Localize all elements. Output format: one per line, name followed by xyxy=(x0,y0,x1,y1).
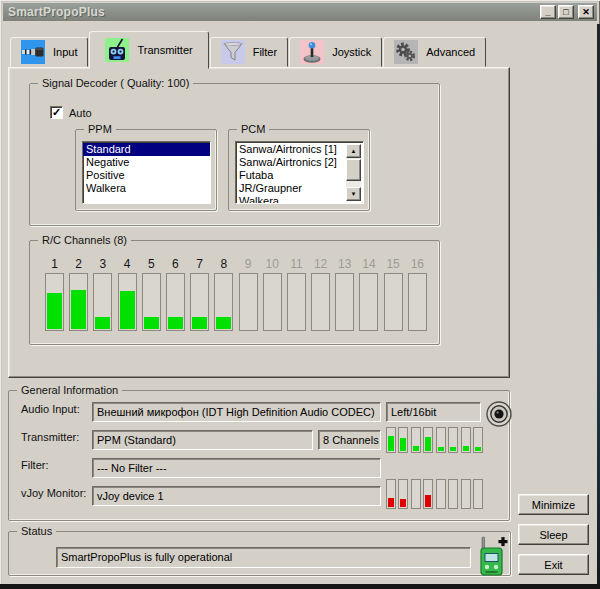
rc-transmitter-icon xyxy=(105,38,129,62)
channel-column: 11 xyxy=(287,257,306,337)
list-item[interactable]: Futaba xyxy=(236,169,363,182)
auto-checkbox-row: ✓ Auto xyxy=(50,106,92,119)
rc-channels-group: R/C Channels (8) 12345678910111213141516 xyxy=(29,240,440,345)
audio-jack-icon xyxy=(21,40,45,64)
transmitter-value: PPM (Standard) xyxy=(92,430,313,450)
tab-joystick[interactable]: Joystick xyxy=(289,37,382,67)
channel-number: 14 xyxy=(362,257,375,273)
minimize-button[interactable]: Minimize xyxy=(518,494,589,515)
signal-decoder-group: Signal Decoder ( Quality: 100) ✓ Auto PP… xyxy=(29,83,440,226)
scrollbar-thumb[interactable] xyxy=(346,159,361,181)
list-item[interactable]: Sanwa/Airtronics [2] xyxy=(236,156,363,169)
status-message: SmartPropoPlus is fully operational xyxy=(56,547,471,568)
mini-bar-fill xyxy=(425,437,431,451)
channel-column: 12 xyxy=(311,257,330,337)
mini-bar xyxy=(411,479,421,509)
tab-bar: Input Transmitter Filter Joystick xyxy=(10,31,487,67)
pcm-scrollbar[interactable]: ▲ ▼ xyxy=(346,144,361,201)
mini-bar xyxy=(448,427,458,453)
status-group: Status SmartPropoPlus is fully operation… xyxy=(8,531,511,576)
scroll-down-button[interactable]: ▼ xyxy=(346,187,361,201)
channel-bar-fill xyxy=(168,317,183,329)
list-item[interactable]: Standard xyxy=(83,143,210,156)
mini-bar-fill xyxy=(413,446,419,451)
title-bar[interactable]: SmartPropoPlus _ □ ✕ xyxy=(3,3,597,21)
funnel-icon xyxy=(221,40,245,64)
list-item[interactable]: Negative xyxy=(83,156,210,169)
channel-column: 10 xyxy=(263,257,282,337)
gears-icon xyxy=(394,40,418,64)
status-title: Status xyxy=(17,525,56,537)
exit-button[interactable]: Exit xyxy=(518,554,589,575)
channel-bar xyxy=(93,273,112,331)
tab-label: Input xyxy=(53,46,77,58)
mini-bar xyxy=(411,427,421,453)
mini-bar xyxy=(436,427,446,453)
ppm-listbox[interactable]: StandardNegativePositiveWalkera xyxy=(82,141,211,204)
channel-bar-fill xyxy=(95,317,110,329)
screen-edge-artifact xyxy=(0,584,600,589)
tab-filter[interactable]: Filter xyxy=(210,37,288,67)
channel-number: 11 xyxy=(290,257,302,273)
mini-bar xyxy=(398,427,408,453)
channel-bar-fill xyxy=(144,317,159,329)
channel-number: 7 xyxy=(196,257,203,273)
close-icon: ✕ xyxy=(582,8,590,17)
channel-column: 1 xyxy=(45,257,64,337)
channel-number: 10 xyxy=(266,257,279,273)
transmitter-label: Transmitter: xyxy=(21,431,79,443)
list-item[interactable]: Walkera xyxy=(83,182,210,195)
channel-bar xyxy=(359,273,378,331)
list-item[interactable]: Sanwa/Airtronics [1] xyxy=(236,143,363,156)
channel-column: 8 xyxy=(214,257,233,337)
channel-column: 13 xyxy=(335,257,354,337)
scroll-up-button[interactable]: ▲ xyxy=(346,144,361,158)
channel-column: 16 xyxy=(408,257,427,337)
pcm-listbox[interactable]: ▲ ▼ Sanwa/Airtronics [1]Sanwa/Airtronics… xyxy=(235,141,364,204)
mini-bar-fill xyxy=(400,438,406,451)
channel-number: 9 xyxy=(245,257,252,273)
mini-bar xyxy=(473,427,483,453)
channel-bar xyxy=(142,273,161,331)
filter-value: --- No Filter --- xyxy=(92,458,381,478)
channel-column: 9 xyxy=(239,257,258,337)
pcm-group: PCM ▲ ▼ Sanwa/Airtronics [1]Sanwa/Airtro… xyxy=(228,129,370,211)
sleep-button[interactable]: Sleep xyxy=(518,524,589,545)
tab-advanced[interactable]: Advanced xyxy=(383,37,486,67)
list-item[interactable]: JR/Graupner xyxy=(236,182,363,195)
tab-input[interactable]: Input xyxy=(10,37,88,67)
channel-column: 15 xyxy=(384,257,403,337)
channel-column: 6 xyxy=(166,257,185,337)
app-window: SmartPropoPlus _ □ ✕ Input Transmitter xyxy=(0,0,600,585)
spp-tray-icon xyxy=(477,536,509,578)
channel-number: 12 xyxy=(314,257,327,273)
mini-bar xyxy=(386,479,396,509)
mini-bar-fill xyxy=(425,495,431,507)
transmitter-channels-value: 8 Channels xyxy=(318,430,381,450)
tab-transmitter[interactable]: Transmitter xyxy=(89,31,208,69)
pcm-group-title: PCM xyxy=(237,123,269,135)
audio-format-value: Left/16bit xyxy=(386,402,481,422)
maximize-window-button[interactable]: □ xyxy=(558,5,574,19)
checkmark-icon: ✓ xyxy=(52,107,61,118)
mini-bar-fill xyxy=(450,447,456,451)
channel-bars: 12345678910111213141516 xyxy=(45,257,427,337)
vjoy-level-bars xyxy=(386,479,483,509)
close-window-button[interactable]: ✕ xyxy=(578,5,594,19)
channel-number: 13 xyxy=(338,257,351,273)
auto-checkbox[interactable]: ✓ xyxy=(50,106,63,119)
transmitter-tab-panel: Signal Decoder ( Quality: 100) ✓ Auto PP… xyxy=(8,67,510,378)
list-item[interactable]: Positive xyxy=(83,169,210,182)
window-title: SmartPropoPlus xyxy=(3,5,105,19)
mini-bar xyxy=(461,427,471,453)
arrow-up-icon: ▲ xyxy=(351,148,357,154)
channel-number: 4 xyxy=(124,257,131,273)
channel-number: 6 xyxy=(172,257,179,273)
mini-bar xyxy=(423,427,433,453)
general-info-title: General Information xyxy=(17,384,122,396)
mini-bar xyxy=(436,479,446,509)
minimize-window-button[interactable]: _ xyxy=(540,5,556,19)
mini-bar-fill xyxy=(438,447,444,451)
mini-bar xyxy=(448,479,458,509)
list-item[interactable]: Walkera xyxy=(236,195,363,204)
